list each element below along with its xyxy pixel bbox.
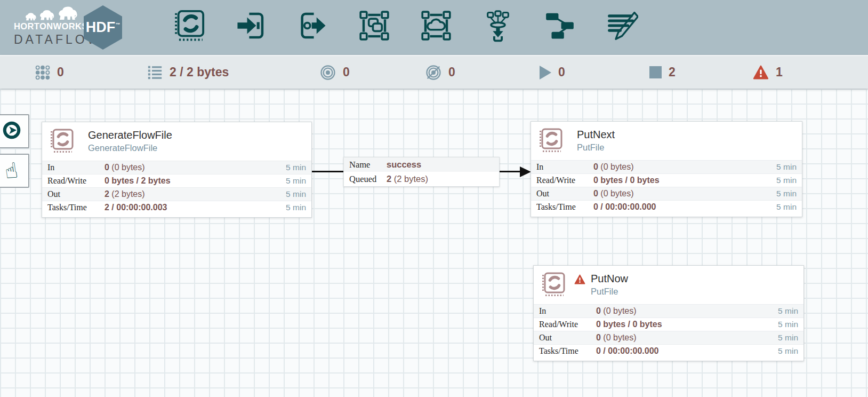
queued-status: 2 / 2 bytes xyxy=(147,56,229,89)
stat-row-readwrite: Read/Write 0 bytes / 0 bytes 5 min xyxy=(531,173,802,187)
stat-row-tasks: Tasks/Time 2 / 00:00:00.003 5 min xyxy=(42,201,311,214)
processor-stamp-icon xyxy=(537,128,563,154)
flow-status-bar: 0 2 / 2 bytes 0 0 0 2 1 xyxy=(0,55,868,89)
template-tool-icon[interactable] xyxy=(543,7,577,44)
running-status: 0 xyxy=(540,56,565,89)
stat-row-in: In 0 (0 bytes) 5 min xyxy=(42,161,311,174)
stat-row-tasks: Tasks/Time 0 / 00:00:00.000 5 min xyxy=(534,344,803,358)
processor-stamp-icon xyxy=(540,272,566,298)
operate-button[interactable]: ☝ xyxy=(0,154,29,188)
stat-row-out: Out 2 (2 bytes) 5 min xyxy=(42,187,311,201)
active-threads-status: 0 xyxy=(35,56,64,89)
hortonworks-logo: HORTONWORKS® DATAFLOW xyxy=(14,5,89,47)
processor-putnext[interactable]: PutNext PutFile In 0 (0 bytes) 5 min Rea… xyxy=(531,121,802,217)
processor-header: GenerateFlowFile GenerateFlowFile xyxy=(42,122,311,161)
stat-row-tasks: Tasks/Time 0 / 00:00:00.000 5 min xyxy=(531,200,802,213)
queued-icon xyxy=(147,65,163,80)
processor-stats: In 0 (0 bytes) 5 min Read/Write 0 bytes … xyxy=(534,304,803,358)
invalid-status: 1 xyxy=(753,56,783,89)
processor-stats: In 0 (0 bytes) 5 min Read/Write 0 bytes … xyxy=(42,161,311,214)
processor-stamp-icon xyxy=(49,128,74,155)
navigate-button[interactable] xyxy=(0,114,29,148)
stat-row-readwrite: Read/Write 0 bytes / 0 bytes 5 min xyxy=(534,317,803,331)
stat-row-out: Out 0 (0 bytes) 5 min xyxy=(531,187,802,200)
navigate-icon xyxy=(0,118,23,144)
stopped-icon xyxy=(649,66,662,78)
connection-arrowhead-icon xyxy=(520,166,531,177)
connection-label[interactable]: Name success Queued 2 (2 bytes) xyxy=(343,157,500,187)
transmitting-status: 0 xyxy=(320,56,350,89)
processor-type: PutFile xyxy=(577,142,615,153)
processor-type: PutFile xyxy=(591,287,628,297)
processor-name: PutNow xyxy=(591,273,628,285)
not-transmitting-icon xyxy=(425,65,441,81)
stat-row-in: In 0 (0 bytes) 5 min xyxy=(531,160,802,173)
processor-type: GenerateFlowFile xyxy=(88,143,172,153)
stat-row-out: Out 0 (0 bytes) 5 min xyxy=(534,331,803,344)
processor-generateflowfile[interactable]: GenerateFlowFile GenerateFlowFile In 0 (… xyxy=(42,122,312,218)
hand-pointer-icon: ☝ xyxy=(4,159,20,182)
stopped-status: 2 xyxy=(649,56,676,89)
elephants-logo-icon xyxy=(14,5,89,21)
nifi-app: HORTONWORKS® DATAFLOW HDF™ 0 2 / 2 bytes… xyxy=(0,0,868,397)
brand-name: HORTONWORKS® xyxy=(14,21,89,31)
processor-tool-icon[interactable] xyxy=(172,7,206,44)
app-header: HORTONWORKS® DATAFLOW HDF™ xyxy=(0,0,868,55)
running-icon xyxy=(540,66,551,80)
processor-header: PutNow PutFile xyxy=(534,266,803,304)
connection-queued-row: Queued 2 (2 bytes) xyxy=(344,172,499,186)
processor-name: PutNext xyxy=(577,129,615,141)
processor-putnow[interactable]: PutNow PutFile In 0 (0 bytes) 5 min Read… xyxy=(533,265,804,361)
active-threads-icon xyxy=(35,65,50,80)
invalid-warning-icon xyxy=(574,274,585,304)
process-group-tool-icon[interactable] xyxy=(357,7,391,44)
stat-row-readwrite: Read/Write 0 bytes / 2 bytes 5 min xyxy=(42,174,311,187)
connection-name-row: Name success xyxy=(344,157,499,172)
processor-stats: In 0 (0 bytes) 5 min Read/Write 0 bytes … xyxy=(531,160,802,213)
brand-product: DATAFLOW xyxy=(14,33,89,47)
processor-name: GenerateFlowFile xyxy=(88,129,172,141)
flow-canvas[interactable]: ☝ Name success Queued 2 (2 bytes) Genera… xyxy=(0,89,868,397)
input-port-tool-icon[interactable] xyxy=(234,7,268,44)
invalid-warning-icon xyxy=(753,65,769,80)
processor-header: PutNext PutFile xyxy=(531,122,802,160)
funnel-tool-icon[interactable] xyxy=(481,7,515,44)
remote-process-group-tool-icon[interactable] xyxy=(419,7,453,44)
transmitting-icon xyxy=(320,65,336,81)
output-port-tool-icon[interactable] xyxy=(295,7,329,44)
stat-row-in: In 0 (0 bytes) 5 min xyxy=(534,304,803,317)
label-tool-icon[interactable] xyxy=(605,7,639,44)
component-toolbar xyxy=(172,7,639,44)
not-transmitting-status: 0 xyxy=(425,56,455,89)
